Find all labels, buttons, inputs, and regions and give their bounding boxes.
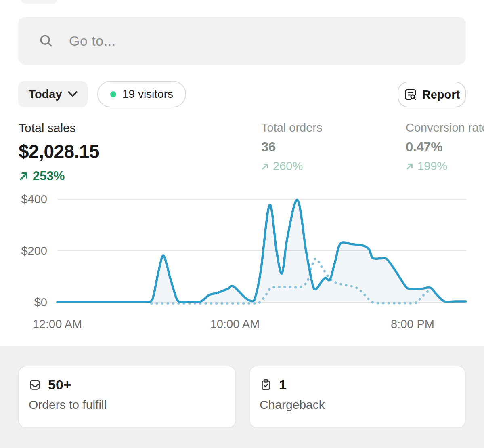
metric-change-value: 199% — [417, 160, 447, 173]
visitors-label: 19 visitors — [122, 88, 173, 101]
clipboard-check-icon — [260, 379, 272, 391]
metric-label: Total sales — [19, 121, 99, 135]
card-value: 50+ — [48, 377, 71, 393]
metric-value: 0.47% — [406, 139, 484, 155]
orders-to-fulfill-card[interactable]: 50+ Orders to fulfill — [18, 366, 236, 428]
x-tick-label: 12:00 AM — [33, 318, 82, 331]
x-tick-label: 8:00 PM — [391, 318, 434, 331]
metric-total-sales[interactable]: Total sales $2,028.15 253% — [19, 121, 99, 183]
trend-up-icon — [19, 171, 29, 181]
chevron-down-icon — [68, 91, 78, 97]
metric-label: Total orders — [261, 121, 323, 135]
metric-change: 199% — [406, 160, 484, 173]
metric-change-value: 253% — [33, 169, 65, 183]
metric-value: $2,028.15 — [19, 141, 99, 162]
trend-up-icon — [261, 162, 269, 170]
y-tick-label: $0 — [17, 295, 47, 309]
chargeback-card[interactable]: 1 Chargeback — [249, 366, 466, 428]
search-placeholder: Go to... — [69, 33, 116, 49]
comparison-line — [151, 259, 428, 303]
y-tick-label: $400 — [17, 192, 47, 206]
live-dot-icon — [110, 91, 116, 97]
report-icon — [404, 88, 417, 101]
inbox-icon — [29, 379, 41, 391]
card-label: Orders to fulfill — [29, 398, 107, 412]
trend-up-icon — [406, 162, 414, 170]
search-bar[interactable]: Go to... — [18, 17, 466, 65]
top-edge-fragment — [21, 0, 57, 4]
x-tick-label: 10:00 AM — [210, 318, 260, 331]
metric-total-orders[interactable]: Total orders 36 260% — [261, 121, 323, 173]
metric-label: Conversion rate — [406, 121, 484, 135]
card-label: Chargeback — [260, 398, 325, 412]
date-range-label: Today — [28, 88, 62, 101]
metric-change: 253% — [19, 169, 99, 183]
report-label: Report — [422, 88, 460, 101]
today-line — [57, 200, 466, 302]
search-icon — [38, 33, 54, 48]
y-tick-label: $200 — [17, 244, 47, 258]
card-value: 1 — [279, 377, 287, 393]
metric-change-value: 260% — [273, 160, 303, 173]
metric-conversion-rate[interactable]: Conversion rate 0.47% 199% — [406, 121, 484, 173]
analytics-dashboard: Go to... Today 19 visitors Report Total … — [0, 0, 484, 448]
metric-value: 36 — [261, 139, 323, 155]
date-range-button[interactable]: Today — [18, 81, 88, 107]
metric-change: 260% — [261, 160, 323, 173]
live-visitors-badge[interactable]: 19 visitors — [97, 81, 186, 107]
summary-section: 50+ Orders to fulfill 1 Chargeback — [0, 346, 484, 448]
report-button[interactable]: Report — [398, 82, 466, 107]
area-fill — [57, 200, 466, 302]
